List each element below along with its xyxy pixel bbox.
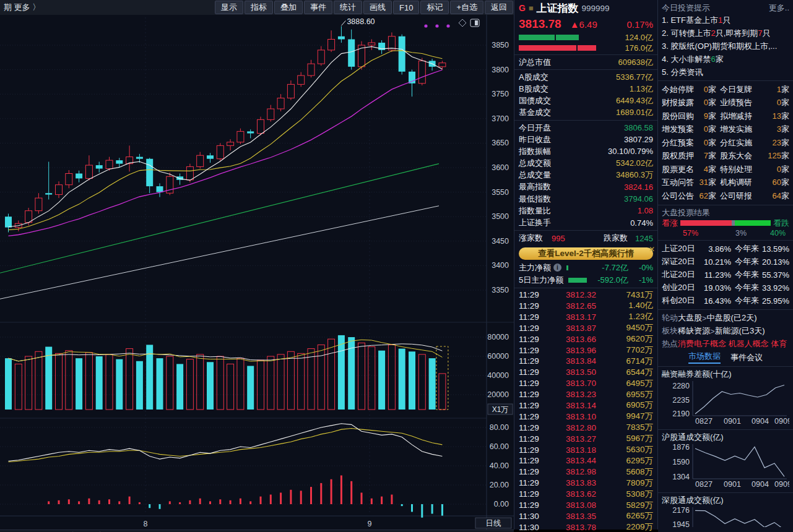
tick-price: 3813.78 — [557, 523, 605, 532]
svg-text:20000: 20000 — [487, 390, 509, 399]
flow-value: -592.0亿 — [597, 275, 628, 286]
kline-chart-panel[interactable]: 3850380037503700365036003550350034503400… — [0, 15, 514, 530]
svg-text:0901: 0901 — [724, 480, 741, 489]
index-name: 深证20日 — [662, 256, 701, 267]
unit: 家 — [781, 85, 789, 94]
kline-chart-svg[interactable]: 3850380037503700365036003550350034503400… — [0, 15, 514, 530]
tab-market-data[interactable]: 市场数据 — [688, 351, 721, 364]
tab-events[interactable]: 事件会议 — [730, 352, 763, 363]
tick-row: 11:293813.846714万 — [519, 356, 653, 367]
buy-bar-segment — [556, 35, 579, 40]
g-badge[interactable]: G — [519, 3, 526, 13]
divider — [658, 80, 793, 81]
count: 0 — [777, 165, 781, 174]
tick-volume: 5608万 — [605, 466, 653, 478]
vote-up-label[interactable]: 看涨 — [662, 218, 678, 229]
toolbar-button-统计[interactable]: 统计 — [334, 1, 362, 14]
grid-label: 增发预案 — [662, 124, 698, 135]
toolbar-button-叠加[interactable]: 叠加 — [274, 1, 303, 14]
svg-text:8: 8 — [144, 520, 148, 528]
flow-bar — [568, 278, 587, 283]
more-link[interactable]: 更多.. — [769, 2, 789, 14]
unit: 家 — [781, 191, 789, 200]
rotation-row[interactable]: 热点 消费电子概念 机器人概念 体育 — [662, 338, 789, 351]
toolbar-left-label[interactable]: 期 更多 〉 — [4, 2, 40, 13]
count: 13 — [773, 111, 781, 121]
diamond-icon — [459, 19, 466, 27]
quote-row: 指数振幅30.10/0.79% — [519, 145, 653, 157]
info-icon[interactable]: i — [553, 264, 561, 272]
toolbar-button-返回[interactable]: 返回 — [485, 1, 513, 14]
tip-item[interactable]: 4. 大小非解禁 6 家 — [662, 53, 789, 66]
quote-row-label: A股成交 — [519, 72, 548, 83]
svg-text:2235: 2235 — [672, 395, 690, 404]
rotation-list: 轮动 大盘股 > 中盘股(已2天)板块 稀缺资源 > 新能源(已3天)热点 消费… — [662, 312, 789, 351]
unit: 家 — [708, 165, 716, 174]
divider — [658, 492, 793, 493]
grid-row: 互动问答31家机构调研60家 — [662, 176, 789, 190]
tip-item[interactable]: 2. 可转债上市2只,即将到期7只 — [662, 27, 789, 40]
rotation-row[interactable]: 板块 稀缺资源 > 新能源(已3天) — [662, 325, 789, 338]
quote-row-label: B股成交 — [519, 84, 548, 95]
quote-rows-turnover: A股成交5336.77亿B股成交1.13亿国债成交6449.43亿基金成交168… — [519, 71, 653, 119]
unit: 家 — [781, 138, 789, 147]
index-code: 999999 — [581, 4, 609, 13]
grid-value: 0家 — [698, 124, 716, 135]
vote-bar-down — [735, 220, 771, 226]
tick-volume: 7702万 — [605, 345, 653, 356]
tick-volume: 7809万 — [605, 478, 653, 489]
tip-text: 5. 分类资讯 — [662, 67, 703, 78]
quote-row: A股成交5336.77亿 — [519, 71, 653, 83]
tick-price: 3813.44 — [557, 456, 605, 465]
unit: 家 — [708, 151, 716, 160]
toolbar-button-显示[interactable]: 显示 — [215, 1, 243, 14]
tick-time: 11:30 — [519, 523, 557, 532]
toolbar-button-标记[interactable]: 标记 — [420, 1, 449, 14]
tip-item[interactable]: 1. ETF基金上市1只 — [662, 14, 789, 27]
vote-down-label[interactable]: 看跌 — [773, 218, 789, 229]
count: 9 — [704, 111, 708, 121]
quote-row: 总成交额5342.02亿 — [519, 158, 653, 169]
advancers-decliners-row: 涨家数 995 跌家数 1245 — [519, 232, 653, 245]
tick-volume: 5308万 — [605, 489, 653, 500]
tick-list[interactable]: 11:293812.327431万11:293812.651.40亿11:293… — [519, 290, 653, 532]
toolbar-button-事件[interactable]: 事件 — [304, 1, 332, 14]
tip-item[interactable]: 5. 分类资讯 — [662, 66, 789, 79]
vote-pct: 40% — [770, 229, 786, 238]
rotation-row[interactable]: 轮动 大盘股 > 中盘股(已2天) — [662, 312, 789, 325]
tip-item[interactable]: 3. 胶版纸(OP)期货和期权上市,... — [662, 40, 789, 53]
menu-icon[interactable]: ≡ — [529, 4, 534, 13]
tick-price: 3813.08 — [557, 500, 605, 510]
quote-row-label: 沪总市值 — [519, 57, 551, 68]
tick-time: 11:29 — [519, 390, 557, 399]
grid-label: 增发实施 — [720, 124, 777, 135]
tick-volume: 5967万 — [605, 433, 653, 444]
grid-label: 今始停牌 — [662, 84, 698, 95]
grid-value: 7家 — [698, 150, 716, 161]
tick-row: 11:293813.967702万 — [519, 345, 653, 356]
buy-volume-bar-row: 124.0亿 — [519, 32, 653, 43]
level2-promo-button[interactable]: 查看Level-2千档高频行情 ✕ — [519, 247, 653, 260]
divider — [514, 69, 657, 70]
tick-row: 11:293812.327431万 — [519, 290, 653, 301]
quote-row: B股成交1.13亿 — [519, 83, 653, 95]
vote-pct: 57% — [683, 229, 698, 238]
svg-text:3750: 3750 — [492, 90, 509, 98]
rotation-text: 消费电子概念 机器人概念 体育 — [678, 338, 787, 350]
unit: 家 — [708, 138, 716, 147]
tick-row: 11:293813.109947万 — [519, 411, 653, 422]
toolbar-buttons: 显示指标叠加事件统计画线F10标记+自选返回 — [214, 1, 514, 14]
grid-value: 31家 — [698, 177, 716, 188]
index-performance-list: 上证20日3.86%今年来13.59%深证20日10.21%今年来20.13%北… — [662, 242, 789, 307]
toolbar-button-画线[interactable]: 画线 — [363, 1, 392, 14]
toolbar-button-+自选[interactable]: +自选 — [450, 1, 483, 14]
grid-label: 财报披露 — [662, 97, 698, 108]
ytd-label: 今年来 — [735, 282, 759, 293]
close-icon[interactable]: ✕ — [649, 245, 655, 254]
info-panel: 今日投资提示 更多.. 1. ETF基金上市1只2. 可转债上市2只,即将到期7… — [658, 0, 793, 532]
vote-bar-row: 看涨 看跌 — [662, 218, 789, 228]
toolbar-button-指标[interactable]: 指标 — [245, 1, 273, 14]
sz-connect-chart: 深股通成交额(亿) 217619450827090109040909 — [662, 495, 789, 527]
toolbar-button-F10[interactable]: F10 — [393, 1, 419, 14]
count: 4 — [704, 165, 708, 174]
